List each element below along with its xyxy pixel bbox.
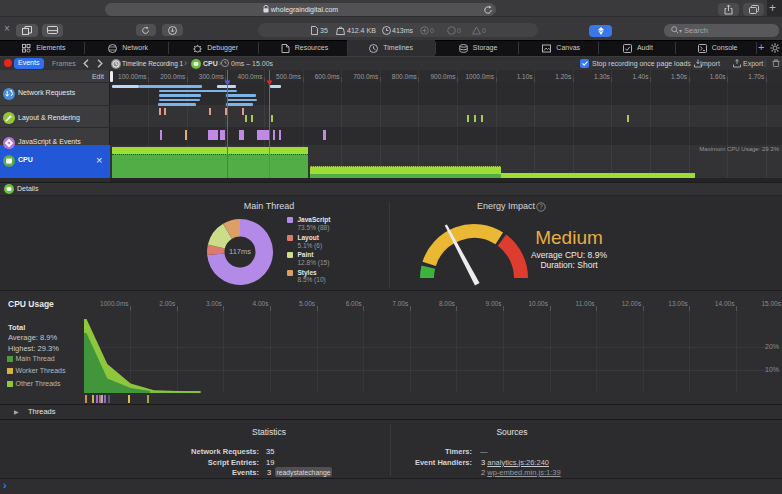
svg-text:?: ? xyxy=(539,203,543,210)
